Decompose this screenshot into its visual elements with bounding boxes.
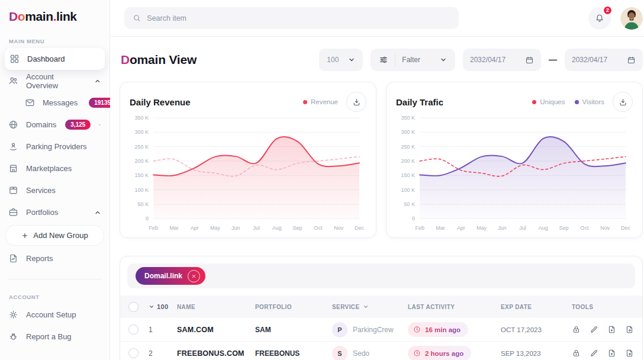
col-header-service[interactable]: SERVICE: [332, 304, 408, 310]
file-plus-icon: [607, 325, 616, 334]
sidebar-item-report-bug[interactable]: Report a Bug: [0, 326, 110, 348]
svg-text:250 K: 250 K: [135, 144, 149, 150]
sidebar-item-account-overview[interactable]: Account Overview: [0, 70, 110, 92]
search-bar[interactable]: [124, 7, 459, 29]
svg-text:Oct: Oct: [580, 225, 589, 231]
sidebar-item-marketplaces[interactable]: Marketplaces: [0, 158, 110, 179]
dashboard-icon: [9, 54, 20, 64]
domain-name: FREEBONUS.COM: [177, 349, 255, 358]
sidebar-item-label: Dashboard: [27, 54, 65, 63]
page-title: Domain View: [121, 53, 197, 67]
col-header-last-activity: LAST ACTIVITY: [408, 304, 501, 310]
portfolio-name: SAM: [255, 326, 332, 334]
tools-cell: [572, 325, 634, 334]
svg-text:350 K: 350 K: [135, 115, 149, 121]
user-avatar[interactable]: [620, 7, 643, 30]
row-number: 1: [149, 326, 177, 334]
last-activity-value: 2 hours ago: [425, 350, 463, 357]
rows-count-header[interactable]: 100: [149, 303, 177, 310]
service-name: Sedo: [353, 349, 369, 358]
svg-text:May: May: [210, 225, 221, 231]
lock-button[interactable]: [572, 325, 581, 334]
close-icon: [191, 274, 197, 279]
legend-label: Visitors: [582, 98, 605, 105]
svg-text:Jul: Jul: [253, 225, 260, 231]
svg-text:Sep: Sep: [559, 225, 569, 231]
col-header-portfolio: PORTFOLIO: [255, 304, 332, 310]
chart-header: Daily Trafic Uniques Visitors: [396, 92, 633, 112]
envelope-icon: [25, 98, 35, 108]
account-section-label: ACCOUNT: [9, 294, 110, 300]
row-checkbox[interactable]: [128, 324, 139, 335]
clock-icon: [413, 326, 421, 333]
charts-row: Daily Revenue Revenue 350 K300 K250 K200…: [120, 82, 643, 238]
lock-icon: [572, 349, 581, 358]
sidebar-item-domains[interactable]: Domains 3,125: [0, 114, 110, 136]
legend-label: Revenue: [311, 98, 338, 105]
table-row[interactable]: 2 FREEBONUS.COM FREEBONUS S Sedo 2 hours…: [120, 342, 642, 360]
calendar-icon: [525, 56, 534, 65]
row-checkbox[interactable]: [128, 348, 139, 358]
remove-filter-button[interactable]: [188, 270, 200, 282]
add-new-group-button[interactable]: Add New Group: [5, 225, 104, 246]
file-export-button[interactable]: [625, 325, 634, 334]
filter-chip[interactable]: Domail.link: [136, 267, 205, 285]
chevron-down-icon[interactable]: [98, 121, 101, 128]
select-all-checkbox[interactable]: [128, 302, 139, 312]
gear-icon: [8, 310, 18, 320]
chevron-up-icon: [94, 78, 101, 85]
sidebar-item-messages[interactable]: Messages 19135: [0, 92, 110, 114]
service-cell: P ParkingCrew: [332, 322, 408, 338]
per-page-select[interactable]: 100: [319, 49, 363, 71]
file-add-button[interactable]: [607, 349, 616, 358]
exp-date-value: OCT 17,2023: [501, 326, 572, 333]
filter-label: Falter: [402, 56, 420, 64]
app-root: Domain.link MAIN MENU Dashboard Account …: [0, 0, 644, 360]
svg-text:150 K: 150 K: [135, 172, 149, 178]
sidebar-item-parking-providers[interactable]: Parking Providers: [0, 136, 110, 158]
calendar-icon: [627, 56, 636, 65]
file-export-button[interactable]: [625, 349, 634, 358]
svg-text:Jun: Jun: [498, 225, 507, 231]
svg-text:200 K: 200 K: [401, 158, 416, 164]
search-input[interactable]: [147, 14, 450, 22]
legend-dot: [532, 100, 536, 104]
download-chart-button[interactable]: [346, 92, 366, 112]
sidebar-item-dashboard[interactable]: Dashboard: [5, 48, 105, 70]
clock-icon: [413, 349, 421, 357]
sidebar-item-portfolios[interactable]: Portfolios: [0, 201, 110, 223]
sidebar-item-reports[interactable]: Reports: [0, 247, 110, 269]
services-icon: [8, 185, 18, 195]
legend-label: Uniques: [540, 98, 565, 105]
lock-button[interactable]: [572, 349, 581, 358]
svg-text:Oct: Oct: [314, 225, 323, 231]
file-add-button[interactable]: [607, 325, 616, 334]
legend-item: Uniques: [532, 98, 565, 105]
brand-logo[interactable]: Domain.link: [0, 9, 110, 24]
col-header-name: NAME: [177, 304, 255, 310]
edit-button[interactable]: [590, 349, 598, 358]
logo-suffix: link: [56, 9, 77, 23]
svg-text:100 K: 100 K: [135, 187, 149, 193]
sidebar-item-label: Domains: [26, 120, 56, 129]
main-menu-label: MAIN MENU: [9, 38, 110, 44]
edit-button[interactable]: [590, 325, 598, 334]
sidebar-item-label: Marketplaces: [26, 164, 72, 173]
notifications-button[interactable]: 2: [588, 7, 611, 30]
legend-dot: [303, 100, 307, 104]
table-row[interactable]: 1 SAM.COM SAM P ParkingCrew 16 min ago O…: [120, 318, 642, 342]
last-activity-pill: 2 hours ago: [408, 346, 471, 360]
row-number: 2: [149, 349, 177, 358]
filter-dropdown[interactable]: Falter: [371, 49, 455, 71]
svg-text:300 K: 300 K: [135, 129, 149, 135]
sidebar-item-services[interactable]: Services: [0, 179, 110, 201]
date-from-picker[interactable]: 2032/04/17: [463, 49, 541, 71]
sidebar-item-account-setup[interactable]: Account Setup: [0, 304, 110, 326]
sidebar-item-label: Report a Bug: [26, 332, 72, 341]
search-icon: [133, 14, 141, 22]
download-chart-button[interactable]: [613, 92, 633, 112]
svg-text:0: 0: [412, 216, 415, 221]
domains-table-card: Domail.link 100 NAME PORTFOLIO SERVICE: [120, 256, 643, 360]
date-to-picker[interactable]: 2032/04/17: [565, 49, 643, 71]
plus-icon: [21, 232, 28, 239]
